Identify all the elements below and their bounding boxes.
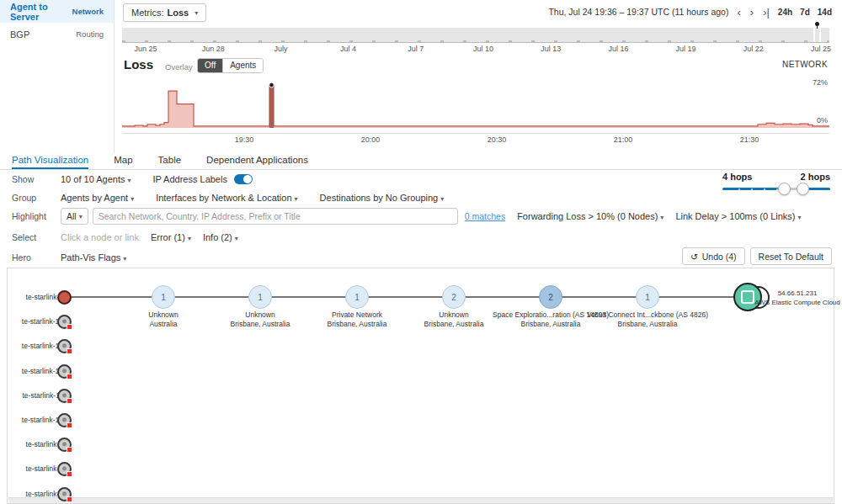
agents-grouping-dropdown[interactable]: Agents by Agent bbox=[61, 193, 134, 203]
tab-path-visualization[interactable]: Path Visualization bbox=[12, 152, 88, 169]
agent-label: te-starlink-6 bbox=[8, 464, 63, 473]
timeline-tick-label: Jun 25 bbox=[127, 45, 164, 53]
next-interval-icon[interactable]: › bbox=[749, 7, 754, 18]
loss-badge-icon bbox=[67, 374, 72, 379]
hops-slider-handle-right[interactable] bbox=[797, 183, 809, 195]
destinations-grouping-dropdown[interactable]: Destinations by No Grouping bbox=[320, 193, 445, 203]
timeline-axis bbox=[122, 42, 829, 43]
link-delay-dropdown[interactable]: Link Delay > 100ms (0 Links) bbox=[675, 211, 801, 221]
hops-after-label: 2 hops bbox=[801, 172, 830, 182]
agent-label: te-starlink-16 bbox=[8, 342, 63, 350]
loss-chart-x-labels: 19:3020:0020:3021:0021:30 bbox=[122, 135, 829, 146]
undo-button[interactable]: ↺ Undo (4) bbox=[682, 247, 745, 265]
test-name: BGP bbox=[10, 29, 29, 40]
show-label: Show bbox=[12, 174, 61, 184]
loss-chart[interactable] bbox=[122, 80, 829, 133]
test-type-badge: Network bbox=[72, 7, 104, 16]
time-range-label: Thu, Jul 24 19:36 – 19:37 UTC (11 hours … bbox=[548, 7, 728, 17]
highlight-scope-select[interactable]: All bbox=[61, 208, 88, 225]
overlay-off-button[interactable]: Off bbox=[198, 59, 222, 72]
highlight-label: Highlight bbox=[12, 211, 61, 221]
path-vis-flags-dropdown[interactable]: Path-Vis Flags bbox=[61, 252, 126, 263]
horizontal-scrollbar[interactable] bbox=[8, 497, 833, 503]
agent-node-collapsed[interactable] bbox=[57, 487, 72, 501]
group-label: Group bbox=[12, 193, 61, 203]
prev-interval-icon[interactable]: ‹ bbox=[736, 7, 741, 18]
brush-selection-edge[interactable] bbox=[819, 28, 821, 42]
interfaces-grouping-dropdown[interactable]: Interfaces by Network & Location bbox=[156, 193, 297, 203]
loss-chart-x-axis bbox=[122, 133, 829, 134]
loss-badge-icon bbox=[67, 422, 72, 428]
agent-node-collapsed[interactable] bbox=[57, 339, 72, 353]
hop-node[interactable]: 1 bbox=[636, 285, 659, 309]
agent-node-collapsed[interactable] bbox=[57, 413, 72, 427]
info-dropdown[interactable]: Info (2) bbox=[203, 232, 238, 242]
path-visualization-panel: te-starlink-91UnknownAustralia1UnknownBr… bbox=[7, 268, 834, 504]
select-label: Select bbox=[12, 232, 61, 242]
tab-table[interactable]: Table bbox=[158, 152, 182, 169]
select-row: Select Click a node or link Error (1) In… bbox=[12, 232, 238, 242]
loss-badge-icon bbox=[67, 324, 72, 330]
slider-tick bbox=[738, 188, 740, 190]
brush-selection-edge[interactable] bbox=[813, 28, 815, 42]
agents-count-dropdown[interactable]: 10 of 10 Agents bbox=[61, 174, 131, 184]
agent-node-collapsed[interactable] bbox=[57, 364, 72, 379]
agent-node-collapsed[interactable] bbox=[57, 389, 72, 403]
agent-node-collapsed[interactable] bbox=[57, 462, 72, 476]
agent-label: te-starlink-10 bbox=[8, 416, 63, 424]
destination-label: 54.66.51.231AWS Elastic Compute Cloud bbox=[755, 289, 839, 308]
matches-link[interactable]: 0 matches bbox=[465, 211, 505, 221]
loss-x-tick-label: 20:30 bbox=[480, 135, 514, 144]
overlay-toggle-group: Off Agents bbox=[197, 58, 264, 73]
hop-node[interactable]: 2 bbox=[442, 285, 466, 309]
agent-label: te-starlink-7 bbox=[8, 440, 63, 448]
forwarding-loss-dropdown[interactable]: Forwarding Loss > 10% (0 Nodes) bbox=[517, 211, 663, 221]
latest-interval-icon[interactable]: ›| bbox=[762, 7, 770, 18]
sidebar-item-agent-to-server[interactable]: Agent to Server Network bbox=[0, 0, 114, 23]
loss-badge-icon bbox=[67, 471, 72, 477]
overlay-agents-button[interactable]: Agents bbox=[222, 59, 263, 72]
test-type-badge: Routing bbox=[76, 29, 104, 39]
metrics-dropdown[interactable]: Metrics: Loss bbox=[123, 3, 206, 22]
timeline-tick-label: Jul 10 bbox=[465, 45, 502, 53]
tab-map[interactable]: Map bbox=[114, 152, 132, 169]
slider-tick bbox=[764, 188, 765, 190]
agent-node-collapsed[interactable] bbox=[57, 438, 72, 452]
agent-node-collapsed[interactable] bbox=[57, 315, 72, 329]
overlay-label: Overlay bbox=[165, 62, 193, 72]
view-tabs: Path Visualization Map Table Dependent A… bbox=[0, 152, 842, 170]
ip-address-labels-toggle[interactable] bbox=[234, 174, 253, 184]
metrics-value: Loss bbox=[168, 8, 189, 18]
undo-icon: ↺ bbox=[690, 252, 698, 262]
error-dropdown[interactable]: Error (1) bbox=[151, 232, 191, 242]
sidebar-item-bgp[interactable]: BGP Routing bbox=[0, 23, 114, 45]
agent-node-expanded[interactable] bbox=[57, 290, 72, 305]
reset-to-default-button[interactable]: Reset To Default bbox=[750, 247, 832, 265]
agent-label: te-starlink-3 bbox=[8, 490, 63, 498]
timeline-tick-label: Jul 7 bbox=[397, 45, 434, 53]
tab-dependent-applications[interactable]: Dependent Applications bbox=[206, 152, 308, 169]
loss-x-tick-label: 20:00 bbox=[354, 135, 387, 144]
range-14d-button[interactable]: 14d bbox=[818, 8, 832, 17]
hop-node[interactable]: 1 bbox=[248, 285, 272, 309]
range-24h-button[interactable]: 24h bbox=[778, 8, 792, 17]
metrics-label: Metrics: bbox=[131, 8, 164, 18]
loss-chart-svg bbox=[122, 80, 829, 133]
hop-node[interactable]: 1 bbox=[345, 285, 369, 309]
range-7d-button[interactable]: 7d bbox=[800, 8, 810, 17]
highlight-row: Highlight All 0 matches Forwarding Loss … bbox=[12, 208, 802, 225]
hop-node[interactable]: 2 bbox=[539, 285, 562, 309]
timeline-tick-label: Jul 19 bbox=[668, 45, 705, 53]
loss-x-tick-label: 21:00 bbox=[606, 135, 640, 144]
search-input[interactable] bbox=[93, 208, 458, 225]
hero-label: Hero bbox=[12, 252, 61, 263]
timeline-tick-label: Jul 13 bbox=[532, 45, 569, 53]
hop-node[interactable]: 1 bbox=[152, 285, 175, 309]
brush-selection-handle[interactable] bbox=[815, 22, 819, 26]
test-name: Agent to Server bbox=[10, 2, 72, 22]
timeline-tick-label: Jul 16 bbox=[600, 45, 637, 53]
group-row: Group Agents by Agent Interfaces by Netw… bbox=[12, 193, 444, 203]
agent-label: te-starlink-14 bbox=[8, 367, 63, 375]
hops-slider-handle-left[interactable] bbox=[778, 183, 791, 195]
test-sidebar: Agent to Server Network BGP Routing bbox=[0, 0, 115, 153]
